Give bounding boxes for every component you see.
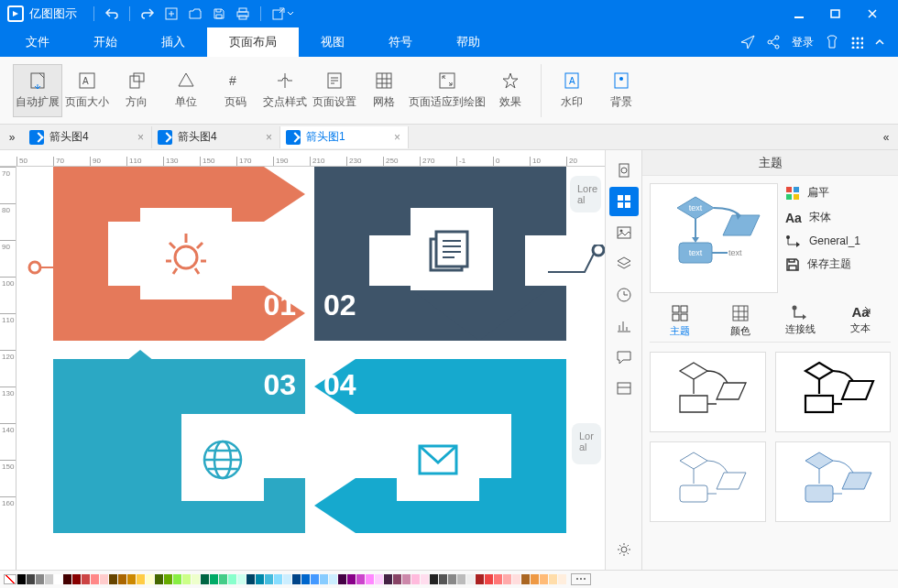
close-button[interactable]: [854, 0, 891, 27]
side-settings[interactable]: [609, 535, 639, 564]
side-chart[interactable]: [609, 311, 639, 341]
theme-tab-theme[interactable]: 主题: [654, 304, 706, 338]
theme-attr-font[interactable]: Aa宋体: [785, 210, 891, 225]
svg-point-16: [857, 47, 860, 49]
apps-icon[interactable]: [850, 36, 863, 49]
side-toolbar: [605, 150, 641, 570]
svg-rect-58: [673, 306, 679, 312]
svg-point-9: [852, 38, 855, 40]
new-button[interactable]: [159, 2, 183, 26]
arrow-block-02[interactable]: 02: [314, 167, 566, 341]
side-layers[interactable]: [609, 249, 639, 278]
ribbon-crossover[interactable]: 交点样式: [260, 64, 310, 117]
menu-file[interactable]: 文件: [4, 27, 71, 57]
ribbon-orientation[interactable]: 方向: [112, 64, 161, 117]
side-image[interactable]: [609, 218, 639, 247]
svg-rect-40: [618, 195, 623, 201]
undo-button[interactable]: [100, 2, 124, 26]
open-button[interactable]: [183, 2, 207, 26]
close-tab-icon[interactable]: ×: [394, 131, 400, 144]
doc-tab-2[interactable]: 箭头图1×: [280, 126, 409, 148]
ribbon-page-size[interactable]: A 页面大小: [62, 64, 112, 117]
login-button[interactable]: 登录: [792, 35, 814, 50]
svg-point-15: [852, 47, 855, 49]
export-button[interactable]: [267, 2, 290, 26]
expand-left-icon[interactable]: »: [0, 131, 24, 144]
share-icon[interactable]: [766, 35, 781, 49]
ribbon-page-setup[interactable]: 页面设置: [310, 64, 359, 117]
watermark-icon: A: [562, 71, 582, 91]
theme-attr-connector[interactable]: General_1: [785, 234, 891, 247]
page-size-icon: A: [77, 71, 97, 91]
side-history[interactable]: [609, 280, 639, 310]
ribbon-background[interactable]: 背景: [597, 64, 646, 117]
menu-home[interactable]: 开始: [71, 27, 139, 57]
ribbon-watermark[interactable]: A 水印: [547, 64, 597, 117]
save-button[interactable]: [207, 2, 231, 26]
arrow-block-01[interactable]: 01: [53, 167, 305, 341]
orientation-icon: [126, 71, 147, 91]
svg-point-10: [857, 38, 860, 40]
doc-tab-0[interactable]: 箭头图4×: [24, 126, 152, 148]
theme-tab-text[interactable]: Aa文本: [835, 304, 886, 338]
ribbon-auto-expand[interactable]: 自动扩展: [13, 64, 62, 117]
close-tab-icon[interactable]: ×: [137, 131, 144, 144]
menu-help[interactable]: 帮助: [434, 27, 502, 57]
print-button[interactable]: [231, 2, 255, 26]
svg-point-11: [861, 38, 864, 40]
theme-attr-save[interactable]: 保存主题: [785, 256, 891, 272]
svg-text:text: text: [689, 203, 703, 212]
svg-point-45: [619, 230, 622, 233]
svg-point-13: [857, 42, 860, 45]
side-comment[interactable]: [609, 343, 639, 372]
svg-point-31: [175, 246, 197, 268]
menu-insert[interactable]: 插入: [139, 27, 207, 57]
ribbon-grid[interactable]: 网格: [359, 64, 409, 117]
svg-rect-62: [733, 306, 748, 321]
theme-attr-style[interactable]: 扁平: [785, 185, 891, 201]
svg-point-14: [861, 42, 864, 45]
side-theme[interactable]: [609, 187, 639, 216]
color-swatch-bar[interactable]: ⋯: [0, 570, 898, 588]
ribbon-units[interactable]: 单位: [161, 64, 211, 117]
arrow-block-03[interactable]: 03: [53, 350, 305, 533]
doc-tab-1[interactable]: 箭头图4×: [152, 126, 280, 148]
theme-tab-color[interactable]: 颜色: [715, 304, 766, 338]
svg-rect-41: [625, 195, 630, 201]
side-styles[interactable]: [609, 156, 639, 185]
auto-expand-icon: [27, 71, 48, 91]
maximize-button[interactable]: [817, 0, 854, 27]
ribbon-effects[interactable]: 效果: [486, 64, 535, 117]
ribbon-page-number[interactable]: # 页码: [211, 64, 260, 117]
menu-page-layout[interactable]: 页面布局: [207, 27, 299, 57]
svg-point-48: [621, 547, 627, 552]
ribbon-fit-page[interactable]: 页面适应到绘图: [409, 64, 486, 117]
side-links[interactable]: [609, 374, 639, 403]
svg-point-8: [775, 45, 779, 49]
annotation-box-1[interactable]: Lore al: [570, 176, 601, 212]
menu-symbol[interactable]: 符号: [367, 27, 434, 57]
theme-tab-connector[interactable]: 连接线: [774, 304, 826, 338]
tshirt-icon[interactable]: [825, 35, 839, 49]
close-tab-icon[interactable]: ×: [266, 131, 272, 144]
crossover-icon: [275, 71, 295, 91]
svg-rect-26: [440, 73, 454, 88]
more-colors[interactable]: ⋯: [571, 573, 591, 585]
redo-button[interactable]: [136, 2, 159, 26]
annotation-box-2[interactable]: Lor al: [572, 423, 601, 464]
arrow-block-04[interactable]: 04: [314, 350, 566, 533]
main-area: 507090110130150170190210230250270-101020…: [0, 150, 898, 570]
minimize-button[interactable]: [781, 0, 817, 27]
canvas[interactable]: 01 02: [16, 167, 605, 570]
svg-rect-25: [377, 73, 391, 88]
theme-option-2[interactable]: [775, 352, 892, 432]
theme-option-4[interactable]: [775, 441, 892, 522]
theme-option-3[interactable]: [650, 441, 766, 522]
send-icon[interactable]: [740, 35, 755, 49]
svg-point-6: [775, 36, 779, 39]
menu-view[interactable]: 视图: [299, 27, 367, 57]
theme-preview[interactable]: text text text: [650, 183, 778, 293]
theme-option-1[interactable]: [650, 352, 766, 432]
expand-right-icon[interactable]: «: [874, 131, 898, 144]
collapse-ribbon-icon[interactable]: [874, 37, 885, 48]
